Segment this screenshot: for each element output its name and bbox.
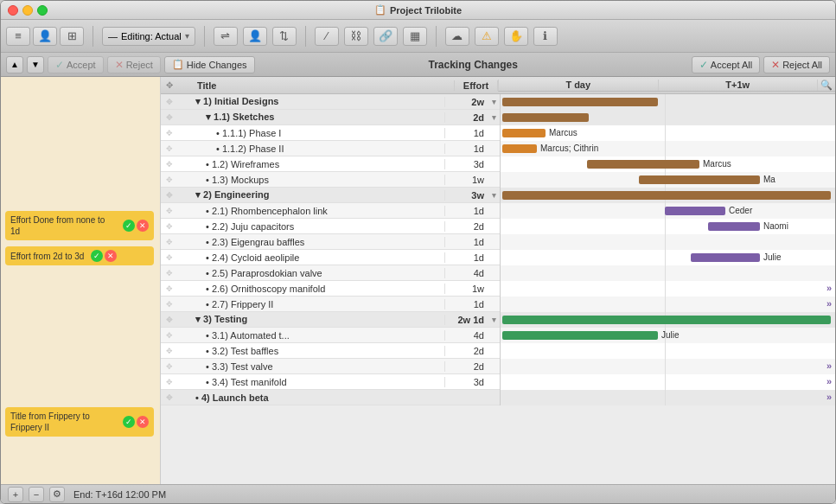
note3-accept-btn[interactable]: ✓ — [123, 416, 135, 428]
editing-icon: — — [108, 31, 118, 41]
row-title: • 2.7) Frippery II — [194, 299, 444, 309]
row-title: • 2.6) Ornithoscopy manifold — [194, 284, 444, 294]
grid-btn[interactable]: ⊞ — [60, 27, 84, 46]
view-controls: ≡ 👤 ⊞ — [6, 27, 84, 46]
hide-changes-button[interactable]: 📋 Hide Changes — [164, 56, 255, 73]
row-title: • 1.1.1) Phase I — [194, 128, 444, 138]
gantt-bar — [502, 316, 831, 324]
gantt-cell — [500, 188, 835, 203]
people-btn[interactable]: 👤 — [33, 27, 57, 46]
table-row[interactable]: ✥• 2.3) Eigengrau baffles1d — [161, 234, 835, 250]
gantt-bar-label: Marcus; Cithrin — [540, 144, 598, 153]
table-row[interactable]: ✥• 2.4) Cycloid aeolipile1dJulie — [161, 250, 835, 265]
table-row[interactable]: ✥▾ 1.1) Sketches2d▾ — [161, 110, 835, 125]
row-handle: ✥ — [161, 98, 178, 106]
table-row[interactable]: ✥▾ 2) Engineering3w▾ — [161, 188, 835, 203]
gantt-bar-label: Marcus — [549, 128, 578, 137]
gantt-cell: » — [500, 297, 835, 312]
table-row[interactable]: ✥• 1.3) Mockups1wMa — [161, 172, 835, 188]
table-row[interactable]: ✥• 2.2) Juju capacitors2dNaomi — [161, 219, 835, 234]
person-btn[interactable]: 👤 — [243, 27, 267, 46]
sep3 — [305, 26, 306, 47]
row-dropdown-indicator: ▾ — [488, 316, 500, 324]
table-header: ✥ Title Effort T day T+1w 🔍 — [161, 77, 835, 94]
connect-btn[interactable]: ⇌ — [214, 27, 238, 46]
link-btn[interactable]: 🔗 — [373, 27, 398, 46]
minimize-button[interactable] — [22, 5, 33, 16]
reject-all-icon: ✕ — [771, 59, 780, 71]
down-arrow-btn[interactable]: ▼ — [27, 56, 44, 73]
cloud-btn[interactable]: ☁ — [445, 27, 469, 46]
sep1 — [93, 26, 93, 47]
row-handle: ✥ — [161, 347, 178, 355]
table-area: ✥ Title Effort T day T+1w 🔍 ✥▾ 1) Initia… — [161, 77, 835, 484]
table-row[interactable]: ✥• 3.1) Automated t...4dJulie — [161, 328, 835, 343]
reject-all-button[interactable]: ✕ Reject All — [763, 56, 830, 73]
warning-btn[interactable]: ⚠ — [475, 27, 499, 46]
maximize-button[interactable] — [37, 5, 48, 16]
row-title: • 2.5) Paraprosdokian valve — [194, 268, 444, 278]
annotation-panel: Effort Done from none to 1d ✓ ✕ Effort f… — [1, 77, 161, 484]
gantt-cell: Julie — [500, 250, 835, 265]
note1-accept-btn[interactable]: ✓ — [123, 220, 135, 232]
row-effort: 2d — [444, 361, 488, 372]
gantt-cell — [500, 343, 835, 359]
table-row[interactable]: ✥• 2.1) Rhombencephalon link1dCeder — [161, 203, 835, 219]
note2-accept-btn[interactable]: ✓ — [91, 250, 103, 262]
row-title: • 1.1.2) Phase II — [194, 144, 444, 154]
accept-all-button[interactable]: ✓ Accept All — [692, 56, 760, 73]
table-btn[interactable]: ▦ — [403, 27, 427, 46]
note1-reject-btn[interactable]: ✕ — [137, 220, 149, 232]
table-row[interactable]: ✥• 3.3) Test valve2d» — [161, 359, 835, 374]
add-task-btn[interactable]: + — [8, 487, 23, 502]
row-handle: ✥ — [161, 207, 178, 215]
gantt-bar-label: Naomi — [763, 221, 788, 231]
accept-button[interactable]: ✓ Accept — [48, 56, 104, 73]
row-effort: 4d — [444, 268, 488, 278]
table-row[interactable]: ✥• 1.1.2) Phase II1dMarcus; Cithrin — [161, 141, 835, 156]
close-button[interactable] — [8, 5, 18, 16]
table-row[interactable]: ✥• 2.5) Paraprosdokian valve4d — [161, 265, 835, 281]
table-row[interactable]: ✥• 3.4) Test manifold3d» — [161, 374, 835, 390]
up-arrow-btn[interactable]: ▲ — [6, 56, 23, 73]
hand-btn[interactable]: ✋ — [504, 27, 528, 46]
note2-reject-btn[interactable]: ✕ — [105, 250, 117, 262]
gantt-cell — [500, 110, 835, 125]
gantt-bar-label: Ceder — [729, 206, 752, 215]
title-icon: 📋 — [374, 4, 386, 16]
table-row[interactable]: ✥• 1.2) Wireframes3dMarcus — [161, 156, 835, 172]
note3-reject-btn[interactable]: ✕ — [137, 416, 149, 428]
row-handle: ✥ — [161, 253, 178, 262]
editing-mode[interactable]: — Editing: Actual — [102, 27, 195, 46]
table-row[interactable]: ✥• 4) Launch beta» — [161, 390, 835, 405]
table-row[interactable]: ✥• 3.2) Test baffles2d — [161, 343, 835, 359]
row-handle: ✥ — [161, 238, 178, 246]
table-row[interactable]: ✥• 2.7) Frippery II1d» — [161, 297, 835, 312]
accept-icon: ✓ — [55, 59, 64, 71]
gantt-cell: Ma — [500, 172, 835, 188]
split-btn[interactable]: ⁄ — [315, 27, 339, 46]
info-btn[interactable]: ℹ — [533, 27, 558, 46]
row-handle: ✥ — [161, 144, 178, 153]
table-row[interactable]: ✥▾ 3) Testing2w 1d▾ — [161, 312, 835, 328]
main-window: 📋 Project Trilobite ≡ 👤 ⊞ — Editing: Act… — [0, 0, 836, 504]
list-view-btn[interactable]: ≡ — [6, 27, 30, 46]
settings-btn[interactable]: ⚙ — [49, 487, 65, 502]
row-title: • 2.1) Rhombencephalon link — [194, 206, 444, 216]
reject-button[interactable]: ✕ Reject — [107, 56, 161, 73]
note3-actions: ✓ ✕ — [123, 416, 149, 428]
row-title: ▾ 1.1) Sketches — [194, 112, 444, 123]
table-row[interactable]: ✥• 2.6) Ornithoscopy manifold1w» — [161, 281, 835, 297]
row-effort: 2w 1d — [444, 315, 488, 325]
row-effort: 2w — [444, 97, 488, 107]
gantt-cell: » — [500, 281, 835, 297]
remove-task-btn[interactable]: − — [29, 487, 44, 502]
tplus1w-col-header: T+1w — [659, 80, 819, 91]
table-row[interactable]: ✥• 1.1.1) Phase I1dMarcus — [161, 125, 835, 141]
table-row[interactable]: ✥▾ 1) Initial Designs2w▾ — [161, 94, 835, 110]
gantt-arrow: » — [826, 360, 832, 371]
gantt-search-btn[interactable]: 🔍 — [818, 80, 835, 91]
gantt-cell: Naomi — [500, 219, 835, 234]
arrows-btn[interactable]: ⇅ — [272, 27, 297, 46]
chain-btn[interactable]: ⛓ — [344, 27, 368, 46]
